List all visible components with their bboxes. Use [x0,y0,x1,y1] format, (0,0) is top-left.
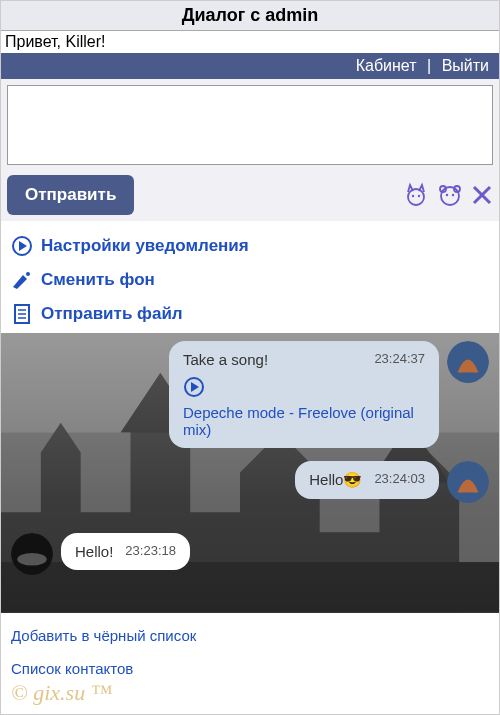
nav-separator: | [427,57,431,74]
svg-point-7 [441,187,459,205]
nav-bar: Кабинет | Выйти [1,53,499,79]
contacts-link[interactable]: Список контактов [11,660,489,677]
emoji-toolbar [403,182,493,208]
message-text: Take a song! [183,351,268,368]
bear-emoji-icon[interactable] [437,182,463,208]
message-bubble: Take a song! 23:24:37 Depeche mode - Fre… [169,341,439,448]
svg-point-33 [17,553,46,566]
song-title: Depeche mode - Freelove (original mix) [183,404,425,438]
message-input[interactable] [7,85,493,165]
file-icon [11,303,33,325]
greeting-text: Привет, Killer! [1,31,499,53]
play-icon [11,235,33,257]
message-bubble: Hello! 23:23:18 [61,533,190,570]
message-time: 23:24:03 [374,471,425,486]
message-time: 23:24:37 [374,351,425,366]
svg-point-6 [418,195,420,197]
message-bubble: Hello😎 23:24:03 [295,461,439,499]
svg-point-4 [408,189,424,205]
notification-settings-label: Настройки уведомления [41,236,249,256]
message-item: Take a song! 23:24:37 Depeche mode - Fre… [169,341,489,448]
compose-area: Отправить [1,79,499,221]
paint-icon [11,269,33,291]
avatar[interactable] [447,461,489,503]
dialog-title: Диалог с admin [1,1,499,31]
svg-point-10 [446,194,448,196]
change-background-label: Сменить фон [41,270,155,290]
close-icon[interactable] [471,184,493,206]
svg-point-17 [26,272,30,276]
action-links: Настройки уведомления Сменить фон Отправ… [1,221,499,333]
send-file-link[interactable]: Отправить файл [11,297,489,331]
message-text: Hello😎 [309,471,362,488]
message-time: 23:23:18 [125,543,176,558]
avatar[interactable] [11,533,53,575]
song-link[interactable]: Depeche mode - Freelove (original mix) [183,376,425,438]
change-background-link[interactable]: Сменить фон [11,263,489,297]
send-button[interactable]: Отправить [7,175,134,215]
message-item: Hello! 23:23:18 [11,533,190,575]
notification-settings-link[interactable]: Настройки уведомления [11,229,489,263]
logout-link[interactable]: Выйти [442,57,489,74]
avatar[interactable] [447,341,489,383]
cabinet-link[interactable]: Кабинет [356,57,417,74]
fox-emoji-icon[interactable] [403,182,429,208]
play-icon [183,376,205,398]
chat-area: Take a song! 23:24:37 Depeche mode - Fre… [1,333,499,613]
svg-marker-16 [13,275,27,289]
message-item: Hello😎 23:24:03 [295,461,489,503]
blacklist-link[interactable]: Добавить в чёрный список [11,627,489,644]
svg-marker-30 [191,382,199,392]
message-text: Hello! [75,543,113,560]
footer-links: Добавить в чёрный список Список контакто… [1,613,499,707]
svg-point-5 [412,195,414,197]
svg-marker-15 [19,241,27,251]
send-file-label: Отправить файл [41,304,183,324]
svg-point-11 [452,194,454,196]
